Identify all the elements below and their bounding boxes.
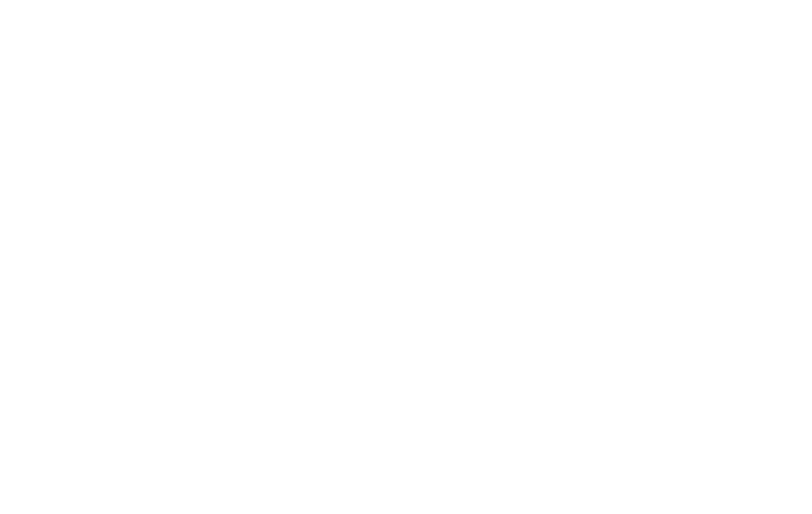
chart-area xyxy=(30,45,782,499)
legend xyxy=(526,476,782,499)
bars-container xyxy=(30,45,526,499)
